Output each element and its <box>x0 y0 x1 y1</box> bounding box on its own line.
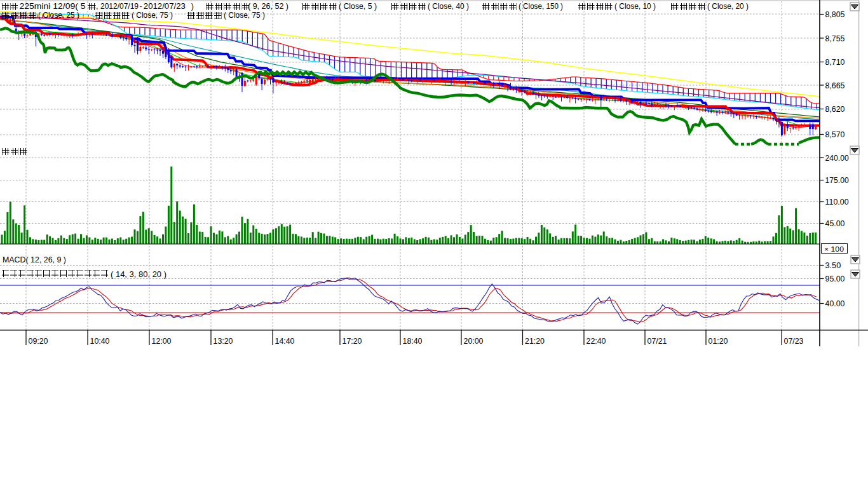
svg-text:× 100: × 100 <box>824 245 844 253</box>
svg-text:14:40: 14:40 <box>275 337 295 346</box>
svg-text:MACD( 12, 26, 9 ): MACD( 12, 26, 9 ) <box>3 255 66 264</box>
svg-text:240.00: 240.00 <box>825 154 849 163</box>
svg-text:175.00: 175.00 <box>825 176 849 185</box>
svg-text:13:20: 13:20 <box>214 337 233 346</box>
svg-text:( 14, 3, 80, 20 ): ( 14, 3, 80, 20 ) <box>111 270 166 279</box>
svg-text:21:20: 21:20 <box>525 337 545 346</box>
svg-text:( Close, 5 ): ( Close, 5 ) <box>339 2 377 11</box>
svg-text:2012/07/19: 2012/07/19 <box>100 2 139 11</box>
svg-text:-: - <box>140 2 142 11</box>
svg-text:( Close, 25 ): ( Close, 25 ) <box>38 11 79 20</box>
svg-text:( Close, 150 ): ( Close, 150 ) <box>519 2 563 11</box>
svg-text:): ) <box>191 2 194 11</box>
svg-text:3.50: 3.50 <box>825 261 841 270</box>
svg-text:( Close, 10 ): ( Close, 10 ) <box>614 2 656 11</box>
svg-text:110.00: 110.00 <box>825 198 849 207</box>
svg-text:40.00: 40.00 <box>825 299 845 308</box>
svg-text:12:00: 12:00 <box>152 337 172 346</box>
svg-text:09:20: 09:20 <box>29 337 48 346</box>
svg-text:( Close, 75 ): ( Close, 75 ) <box>132 11 173 20</box>
svg-text:8,755: 8,755 <box>825 34 845 43</box>
svg-text:( Close, 75 ): ( Close, 75 ) <box>224 11 265 20</box>
svg-text:07/21: 07/21 <box>648 337 667 346</box>
svg-text:17:20: 17:20 <box>342 337 362 346</box>
svg-text:10:40: 10:40 <box>90 337 110 346</box>
svg-text:8,710: 8,710 <box>825 58 845 67</box>
svg-text:95.00: 95.00 <box>825 274 845 283</box>
svg-text:2012/07/23: 2012/07/23 <box>144 2 186 11</box>
svg-text:,: , <box>96 2 98 11</box>
svg-text:225mini 12/09( 5: 225mini 12/09( 5 <box>20 2 86 11</box>
svg-text:( 9, 26, 52 ): ( 9, 26, 52 ) <box>248 2 288 11</box>
svg-text:18:40: 18:40 <box>403 337 423 346</box>
svg-text:8,620: 8,620 <box>825 105 845 114</box>
svg-text:45.00: 45.00 <box>825 219 845 228</box>
svg-text:22:40: 22:40 <box>587 337 606 346</box>
svg-text:8,805: 8,805 <box>825 10 845 19</box>
svg-text:07/23: 07/23 <box>784 337 804 346</box>
svg-text:( Close, 20 ): ( Close, 20 ) <box>707 2 749 11</box>
svg-text:8,570: 8,570 <box>825 130 845 139</box>
svg-text:20:00: 20:00 <box>464 337 484 346</box>
svg-text:( Close, 40 ): ( Close, 40 ) <box>428 2 469 11</box>
svg-text:01:20: 01:20 <box>709 337 728 346</box>
svg-text:8,665: 8,665 <box>825 81 845 90</box>
